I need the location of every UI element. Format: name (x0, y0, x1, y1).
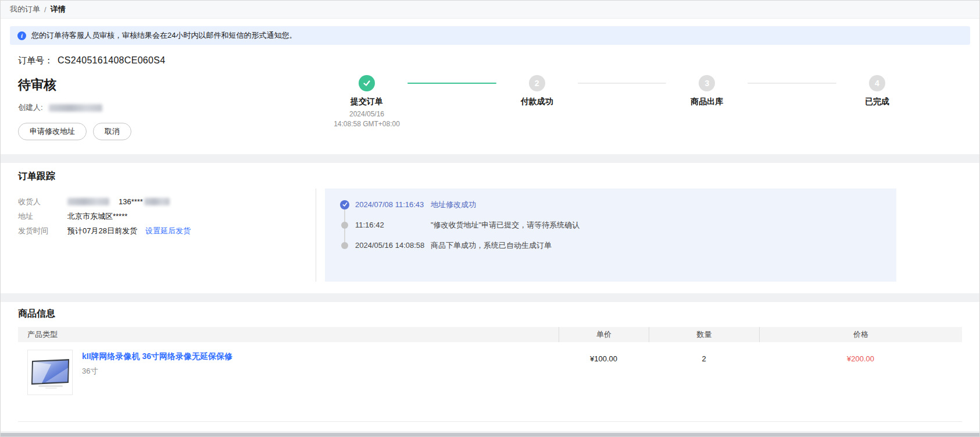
step-submit-order: 提交订单 2024/05/16 14:08:58 GMT+08:00 (332, 75, 402, 130)
breadcrumb-my-orders[interactable]: 我的订单 (10, 4, 40, 15)
step-done-check-icon (359, 75, 375, 91)
order-number-line: 订单号：CS2405161408CE060S4 (18, 55, 326, 66)
product-image (27, 350, 73, 395)
creator-line: 创建人: (18, 102, 326, 113)
creator-label: 创建人: (18, 102, 43, 113)
order-header-card: i 您的订单待客服人员审核，审核结果会在24小时内以邮件和短信的形式通知您。 订… (1, 19, 979, 154)
tracking-title: 订单跟踪 (18, 170, 962, 183)
ship-time-row: 发货时间 预计07月28日前发货 设置延后发货 (18, 223, 316, 238)
quantity-value: 2 (649, 350, 759, 363)
consignee-value: 136**** (67, 194, 170, 209)
section-gap (1, 154, 979, 163)
step-label: 提交订单 (350, 97, 383, 107)
order-tracking-card: 订单跟踪 收货人 136**** 地址 北京市东城区***** 发货时间 (1, 163, 979, 293)
address-label: 地址 (18, 209, 67, 223)
timeline-panel: 2024/07/08 11:16:43 地址修改成功 11:16:42 "修改收… (325, 189, 896, 282)
consignee-phone: 136**** (119, 194, 143, 209)
consignee-row: 收货人 136**** (18, 194, 316, 209)
order-status: 待审核 (18, 76, 326, 94)
delay-shipping-link[interactable]: 设置延后发货 (145, 223, 191, 238)
consignee-name-masked (67, 198, 109, 205)
consignee-phone-masked (144, 198, 170, 205)
creator-value-masked (49, 104, 102, 112)
vertical-divider (316, 189, 316, 282)
tracking-fields: 收货人 136**** 地址 北京市东城区***** 发货时间 预计07月28日… (18, 189, 316, 282)
address-row: 地址 北京市东城区***** (18, 209, 316, 223)
product-info-card: 商品信息 产品类型 单价 数量 价格 (1, 302, 979, 431)
breadcrumb-separator: / (44, 5, 47, 14)
info-icon: i (17, 31, 26, 40)
product-spec: 36寸 (82, 366, 233, 376)
order-number-value: CS2405161408CE060S4 (58, 55, 165, 65)
step-connector-done (407, 83, 496, 84)
order-number-label: 订单号： (18, 55, 53, 65)
product-info-title: 商品信息 (18, 308, 962, 320)
timeline-time: 2024/05/16 14:08:58 (355, 241, 431, 250)
step-label: 已完成 (865, 97, 889, 107)
window-bottom-edge (1, 433, 979, 436)
column-product-type: 产品类型 (18, 329, 559, 340)
cancel-order-button[interactable]: 取消 (93, 123, 131, 140)
breadcrumb: 我的订单 / 详情 (1, 1, 979, 19)
timeline-entry: 2024/05/16 14:08:58 商品下单成功，系统已自动生成订单 (340, 235, 896, 255)
step-date: 2024/05/16 14:08:58 GMT+08:00 (334, 109, 400, 130)
column-quantity: 数量 (649, 327, 759, 342)
column-unit-price: 单价 (559, 327, 649, 342)
info-banner-text: 您的订单待客服人员审核，审核结果会在24小时内以邮件和短信的形式通知您。 (31, 30, 296, 41)
price-value: ¥200.00 (759, 350, 962, 363)
order-detail-page: 我的订单 / 详情 i 您的订单待客服人员审核，审核结果会在24小时内以邮件和短… (0, 0, 980, 437)
step-number-icon: 2 (529, 75, 545, 91)
step-number-icon: 4 (869, 75, 885, 91)
info-banner: i 您的订单待客服人员审核，审核结果会在24小时内以邮件和短信的形式通知您。 (10, 26, 970, 45)
step-completed: 4 已完成 (842, 75, 912, 107)
timeline-check-icon (340, 200, 349, 209)
request-address-change-button[interactable]: 申请修改地址 (18, 123, 87, 140)
section-gap (1, 293, 979, 302)
step-connector (578, 83, 667, 84)
timeline-text: "修改收货地址"申请已提交，请等待系统确认 (431, 220, 580, 230)
step-payment-success: 2 付款成功 (502, 75, 572, 107)
step-goods-shipped: 3 商品出库 (672, 75, 742, 107)
timeline-entry: 11:16:42 "修改收货地址"申请已提交，请等待系统确认 (340, 215, 896, 235)
order-actions: 申请修改地址 取消 (18, 123, 326, 140)
step-number-icon: 3 (699, 75, 715, 91)
timeline-dot-icon (340, 241, 349, 250)
ship-time-label: 发货时间 (18, 223, 67, 238)
address-value: 北京市东城区***** (67, 209, 127, 223)
timeline-time: 2024/07/08 11:16:43 (355, 200, 431, 209)
step-label: 商品出库 (691, 97, 723, 107)
progress-steps: 提交订单 2024/05/16 14:08:58 GMT+08:00 2 付款成… (326, 55, 962, 140)
timeline-entry: 2024/07/08 11:16:43 地址修改成功 (340, 194, 896, 215)
consignee-label: 收货人 (18, 194, 67, 209)
product-table: 产品类型 单价 数量 价格 (18, 327, 962, 422)
unit-price-value: ¥100.00 (559, 350, 649, 363)
breadcrumb-current: 详情 (51, 4, 66, 15)
step-connector (747, 83, 836, 84)
timeline-text: 地址修改成功 (431, 200, 476, 210)
column-price: 价格 (759, 327, 962, 342)
timeline-time: 11:16:42 (355, 221, 431, 229)
timeline-text: 商品下单成功，系统已自动生成订单 (431, 240, 552, 251)
product-name-link[interactable]: kII牌网络录像机 36寸网络录像无延保保修 (82, 351, 233, 361)
ship-time-value: 预计07月28日前发货 (67, 223, 137, 238)
timeline-dot-icon (340, 221, 349, 230)
product-table-header: 产品类型 单价 数量 价格 (18, 327, 962, 342)
product-cell: kII牌网络录像机 36寸网络录像无延保保修 36寸 (18, 350, 559, 395)
step-label: 付款成功 (521, 97, 553, 107)
table-row: kII牌网络录像机 36寸网络录像无延保保修 36寸 ¥100.00 2 ¥20… (18, 342, 962, 422)
